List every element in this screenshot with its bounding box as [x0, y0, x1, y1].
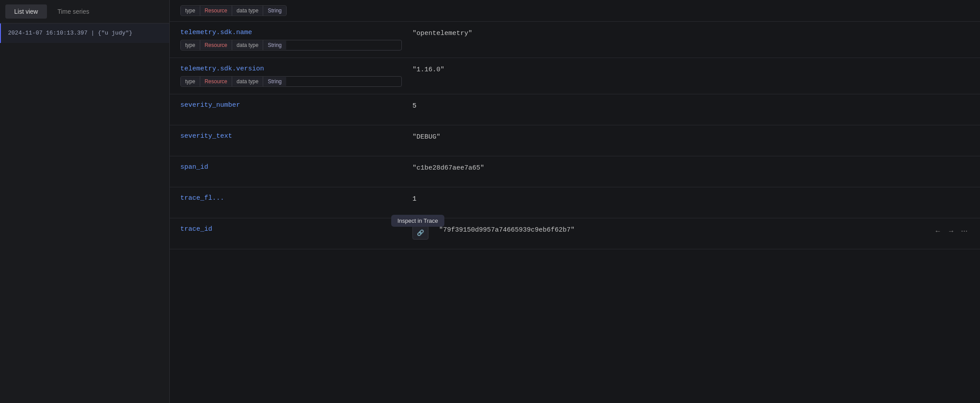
field-value-trace-id: "79f39150d9957a74665939c9eb6f62b7" — [439, 225, 922, 234]
field-value-severity-number: 5 — [412, 101, 969, 110]
field-name-span-id: span_id — [180, 163, 402, 171]
top-badge-group: type Resource data type String — [180, 5, 287, 16]
field-info: telemetry.sdk.name type Resource data ty… — [180, 29, 402, 50]
field-row-telemetry-sdk-name: telemetry.sdk.name type Resource data ty… — [170, 22, 980, 58]
data-type-badge: data type — [232, 6, 263, 15]
field-name-severity-text: severity_text — [180, 132, 402, 140]
nav-arrow-left[interactable]: ← — [933, 226, 943, 236]
tab-bar: List view Time series — [0, 0, 169, 23]
field-value-span-id: "c1be28d67aee7a65" — [412, 163, 969, 172]
type-badge: type — [181, 77, 200, 86]
link-button[interactable]: 🔗 — [412, 225, 428, 240]
field-value-trace-flags: 1 — [412, 194, 969, 203]
field-info: trace_id — [180, 225, 402, 233]
field-name-severity-number: severity_number — [180, 101, 402, 109]
field-row-telemetry-sdk-version: telemetry.sdk.version type Resource data… — [170, 58, 980, 94]
field-info: span_id — [180, 163, 402, 171]
resource-badge: Resource — [200, 41, 232, 50]
field-name-trace-flags: trace_fl... — [180, 194, 402, 202]
field-info: severity_number — [180, 101, 402, 109]
field-row-span-id: span_id "c1be28d67aee7a65" — [170, 156, 980, 187]
badge-group-telemetry-sdk-name: type Resource data type String — [180, 40, 402, 50]
resource-badge: Resource — [200, 6, 232, 15]
nav-arrow-right[interactable]: → — [946, 226, 957, 236]
tab-time-series[interactable]: Time series — [49, 4, 98, 19]
type-badge: type — [181, 6, 200, 15]
sidebar: List view Time series 2024-11-07 16:10:1… — [0, 0, 170, 403]
field-name-telemetry-sdk-version: telemetry.sdk.version — [180, 65, 402, 73]
field-row-trace-id: trace_id 🔗 "79f39150d9957a74665939c9eb6f… — [170, 218, 980, 249]
string-badge: String — [263, 77, 286, 86]
field-value-severity-text: "DEBUG" — [412, 132, 969, 141]
string-badge: String — [263, 41, 286, 50]
nav-arrows: ← → ··· — [933, 225, 969, 236]
field-value-telemetry-sdk-name: "opentelemetry" — [412, 29, 969, 37]
top-partial-row: type Resource data type String — [170, 0, 980, 22]
field-row-severity-number: severity_number 5 — [170, 94, 980, 125]
badge-group-telemetry-sdk-version: type Resource data type String — [180, 76, 402, 87]
main-content: type Resource data type String telemetry… — [170, 0, 980, 403]
resource-badge: Resource — [200, 77, 232, 86]
more-options-button[interactable]: ··· — [959, 225, 969, 236]
data-type-badge: data type — [232, 77, 263, 86]
log-entry: 2024-11-07 16:10:13.397 | {"u judy"} — [0, 23, 169, 43]
field-info: severity_text — [180, 132, 402, 140]
data-type-badge: data type — [232, 41, 263, 50]
type-badge: type — [181, 41, 200, 50]
field-value-telemetry-sdk-version: "1.16.0" — [412, 65, 969, 74]
field-info: telemetry.sdk.version type Resource data… — [180, 65, 402, 87]
tab-list-view[interactable]: List view — [5, 4, 47, 19]
field-name-telemetry-sdk-name: telemetry.sdk.name — [180, 29, 402, 36]
field-info: trace_fl... — [180, 194, 402, 202]
string-badge: String — [263, 6, 286, 15]
field-row-severity-text: severity_text "DEBUG" — [170, 125, 980, 156]
field-name-trace-id: trace_id — [180, 225, 402, 233]
link-icon: 🔗 — [417, 229, 424, 236]
field-row-trace-flags: trace_fl... 1 Inspect in Trace — [170, 187, 980, 218]
